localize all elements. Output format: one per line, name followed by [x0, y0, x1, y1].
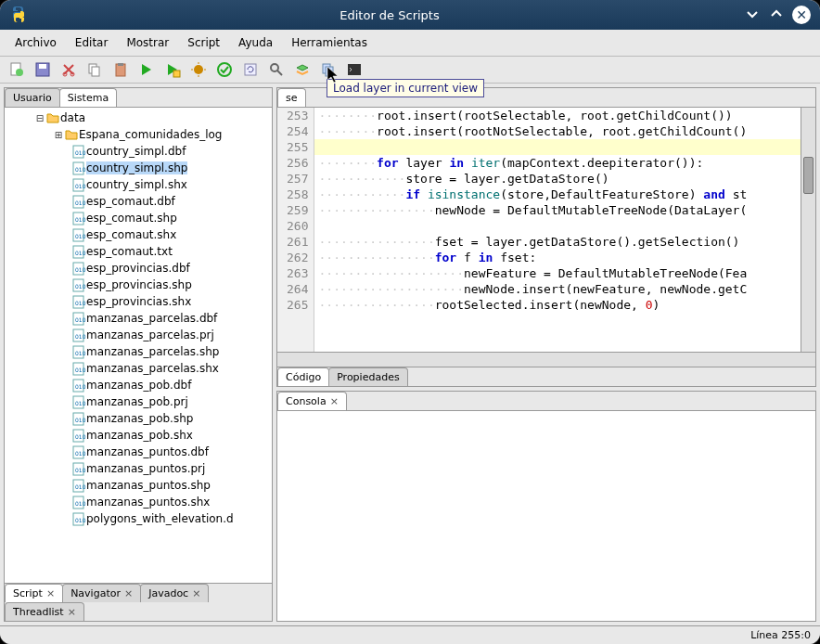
tab-propiedades[interactable]: Propiedades — [328, 367, 407, 386]
svg-text:010: 010 — [75, 483, 86, 490]
close-icon[interactable]: × — [46, 587, 55, 599]
minimize-button[interactable] — [744, 6, 761, 22]
editor-box: se 2532542552562572582592602612622632642… — [276, 87, 816, 387]
svg-text:010: 010 — [75, 183, 86, 189]
scrollbar-thumb[interactable] — [803, 157, 814, 194]
tree-file[interactable]: 010esp_provincias.shp — [6, 277, 270, 293]
menu-script[interactable]: Script — [180, 33, 227, 52]
tree-file[interactable]: 010esp_comaut.txt — [6, 243, 270, 260]
app-window: Editor de Scripts ✕ Archivo Editar Mostr… — [0, 0, 820, 644]
horizontal-scrollbar[interactable] — [277, 352, 815, 367]
svg-text:010: 010 — [75, 300, 86, 306]
tree-file[interactable]: 010manzanas_parcelas.shp — [6, 343, 270, 360]
svg-text:010: 010 — [75, 200, 86, 206]
close-icon[interactable]: × — [68, 606, 76, 618]
code-area[interactable]: 253254255256257258259260261262263264265 … — [277, 108, 815, 352]
svg-text:010: 010 — [75, 417, 86, 423]
left-panel: Usuario Sistema ⊟data⊞Espana_comunidades… — [4, 87, 273, 622]
svg-rect-13 — [245, 64, 256, 75]
menu-herramientas[interactable]: Herramientas — [284, 33, 375, 52]
menu-mostrar[interactable]: Mostrar — [119, 33, 176, 52]
tree-folder[interactable]: ⊟data — [6, 109, 270, 126]
tab-codigo[interactable]: Código — [277, 367, 329, 386]
menu-editar[interactable]: Editar — [68, 33, 116, 52]
svg-point-12 — [218, 63, 231, 76]
run-button[interactable] — [137, 60, 156, 79]
tree-file[interactable]: 010manzanas_parcelas.shx — [6, 360, 270, 377]
close-button[interactable]: ✕ — [792, 6, 811, 24]
close-icon[interactable]: × — [330, 395, 339, 407]
close-icon[interactable]: × — [124, 587, 133, 599]
tree-file[interactable]: 010manzanas_pob.dbf — [6, 377, 270, 393]
tree-file[interactable]: 010country_simpl.shx — [6, 176, 270, 193]
debug-button[interactable] — [189, 60, 208, 79]
svg-text:010: 010 — [75, 216, 86, 223]
tab-threadlist[interactable]: Threadlist × — [5, 602, 84, 621]
tree-file[interactable]: 010manzanas_puntos.dbf — [6, 444, 270, 460]
console-output[interactable] — [277, 411, 815, 621]
tree-file[interactable]: 010manzanas_parcelas.dbf — [6, 310, 270, 327]
tree-file[interactable]: 010manzanas_pob.shp — [6, 410, 270, 427]
search-button[interactable] — [267, 60, 286, 79]
tree-file[interactable]: 010esp_comaut.shx — [6, 226, 270, 243]
svg-text:010: 010 — [75, 316, 86, 323]
refresh-button[interactable] — [241, 60, 260, 79]
save-button[interactable] — [33, 60, 52, 79]
file-tree[interactable]: ⊟data⊞Espana_comunidades_log010country_s… — [5, 108, 272, 583]
paste-button[interactable] — [111, 60, 130, 79]
svg-text:010: 010 — [75, 333, 86, 340]
tree-file[interactable]: 010manzanas_pob.shx — [6, 427, 270, 444]
svg-text:010: 010 — [75, 367, 86, 373]
tree-file[interactable]: 010manzanas_puntos.prj — [6, 460, 270, 477]
tab-script[interactable]: Script × — [5, 584, 63, 602]
tree-file[interactable]: 010manzanas_puntos.shx — [6, 494, 270, 510]
line-gutter: 253254255256257258259260261262263264265 — [277, 108, 314, 352]
svg-point-11 — [194, 65, 203, 74]
svg-point-14 — [271, 64, 278, 71]
tab-javadoc[interactable]: Javadoc × — [140, 584, 209, 602]
copy-layer-button[interactable] — [319, 60, 338, 79]
svg-text:010: 010 — [75, 517, 86, 523]
tree-file[interactable]: 010polygons_with_elevation.d — [6, 510, 270, 527]
run-selection-button[interactable] — [163, 60, 182, 79]
svg-rect-3 — [39, 64, 46, 69]
load-layer-button[interactable] — [293, 60, 312, 79]
check-button[interactable] — [215, 60, 234, 79]
tab-navigator[interactable]: Navigator × — [62, 584, 141, 602]
svg-text:010: 010 — [75, 383, 86, 390]
code-lines[interactable]: ········root.insert(rootSelectable, root… — [314, 108, 801, 352]
close-icon[interactable]: × — [192, 587, 200, 599]
statusbar: Línea 255:0 — [0, 625, 820, 644]
tab-sistema[interactable]: Sistema — [59, 88, 117, 107]
svg-text:010: 010 — [75, 467, 86, 473]
vertical-scrollbar[interactable] — [801, 108, 815, 352]
tree-folder[interactable]: ⊞Espana_comunidades_log — [6, 126, 270, 143]
tree-file[interactable]: 010manzanas_pob.prj — [6, 393, 270, 410]
tree-file[interactable]: 010esp_provincias.shx — [6, 293, 270, 310]
tree-file[interactable]: 010country_simpl.shp — [6, 160, 270, 176]
console-button[interactable] — [345, 60, 364, 79]
copy-button[interactable] — [85, 60, 104, 79]
tab-consola[interactable]: Consola × — [277, 392, 347, 410]
tree-file[interactable]: 010manzanas_parcelas.prj — [6, 327, 270, 343]
right-panel: se 2532542552562572582592602612622632642… — [276, 87, 816, 622]
tooltip: Load layer in current view — [327, 79, 484, 97]
tree-file[interactable]: 010esp_provincias.dbf — [6, 260, 270, 277]
tree-file[interactable]: 010esp_comaut.shp — [6, 210, 270, 226]
menu-archivo[interactable]: Archivo — [7, 33, 64, 52]
tree-file[interactable]: 010country_simpl.dbf — [6, 143, 270, 160]
cut-button[interactable] — [59, 60, 78, 79]
console-tabs: Consola × — [277, 392, 815, 411]
tree-file[interactable]: 010esp_comaut.dbf — [6, 193, 270, 210]
tab-usuario[interactable]: Usuario — [5, 88, 60, 107]
editor-tab[interactable]: se — [277, 88, 306, 107]
cursor-position: Línea 255:0 — [750, 629, 811, 641]
menu-ayuda[interactable]: Ayuda — [231, 33, 280, 52]
tree-file[interactable]: 010manzanas_puntos.shp — [6, 477, 270, 494]
svg-rect-7 — [92, 67, 99, 76]
editor-sub-tabs: Código Propiedades — [277, 367, 815, 386]
new-button[interactable] — [7, 60, 26, 79]
maximize-button[interactable] — [768, 6, 785, 22]
svg-text:010: 010 — [75, 350, 86, 356]
svg-text:010: 010 — [75, 400, 86, 406]
